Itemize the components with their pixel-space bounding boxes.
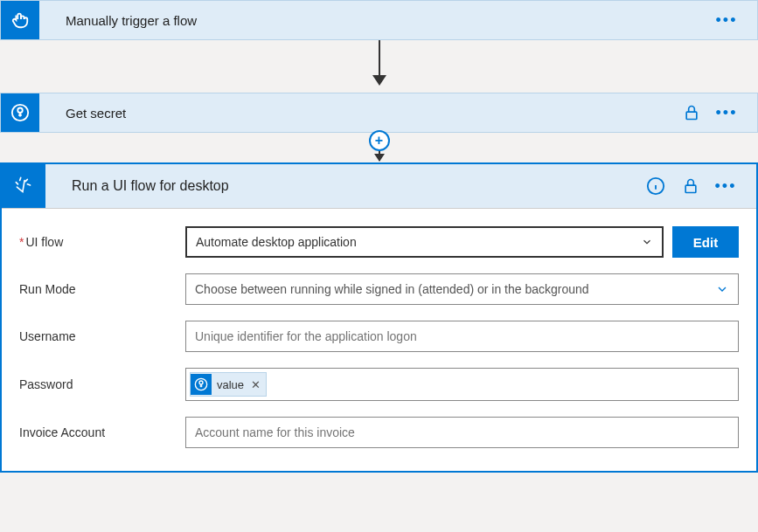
runmode-placeholder: Choose between running while signed in (… [195,282,589,296]
svg-point-6 [199,381,203,384]
key-vault-icon [191,374,212,395]
key-vault-icon [1,93,39,132]
step-run-ui-flow: Run a UI flow for desktop ••• *UI flow [0,162,758,473]
uiflow-select[interactable]: Automate desktop application [185,226,664,258]
username-input[interactable] [185,321,739,352]
label-uiflow: *UI flow [19,235,185,249]
secret-value-token[interactable]: value ✕ [190,372,267,397]
connector-arrow [0,40,758,93]
label-invoice: Invoice Account [19,425,185,439]
step-title: Manually trigger a flow [39,13,717,28]
more-icon[interactable]: ••• [717,103,736,122]
label-username: Username [19,329,185,343]
runmode-select[interactable]: Choose between running while signed in (… [185,273,739,305]
uiflow-value: Automate desktop application [196,235,357,249]
step-title: Get secret [39,106,682,121]
lock-icon[interactable] [682,103,701,122]
touch-icon [1,1,39,39]
password-input[interactable]: value ✕ [185,368,739,401]
remove-token-icon[interactable]: ✕ [249,378,261,391]
chevron-down-icon [715,282,729,296]
lock-icon[interactable] [681,176,700,196]
edit-button[interactable]: Edit [672,226,739,258]
info-icon[interactable] [646,176,665,196]
more-icon[interactable]: ••• [717,10,736,30]
ui-flow-icon [2,164,45,208]
step-title: Run a UI flow for desktop [45,178,646,194]
token-label: value [217,378,244,391]
step-form: *UI flow Automate desktop application Ed… [2,209,756,471]
invoice-input[interactable] [185,417,739,448]
step-header[interactable]: Run a UI flow for desktop ••• [2,164,756,209]
more-icon[interactable]: ••• [716,176,735,196]
svg-rect-2 [686,112,697,119]
svg-point-1 [17,108,23,114]
add-step-button[interactable]: + [369,130,390,151]
chevron-down-icon [641,236,653,248]
svg-rect-4 [685,185,696,192]
connector-arrow: + [0,133,758,162]
label-password: Password [19,377,185,391]
step-manual-trigger[interactable]: Manually trigger a flow ••• [0,0,758,40]
step-get-secret[interactable]: Get secret ••• [0,93,758,133]
label-runmode: Run Mode [19,282,185,296]
